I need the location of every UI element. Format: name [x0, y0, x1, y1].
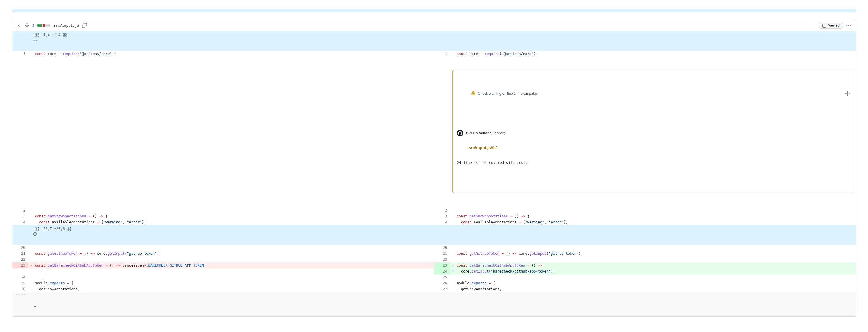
annotation-head-text: Check warning on line 1 in src/input.js: [478, 91, 537, 96]
code-right: [450, 245, 856, 251]
annotation-link[interactable]: src/input.js#L1: [469, 145, 498, 150]
line-number-left[interactable]: 20: [12, 245, 28, 251]
diff-table: @@ -1,4 +1,4 @@ 1 const core = require("…: [12, 31, 856, 316]
previous-file-sliver: [12, 9, 856, 12]
code-left: const getShowAnnotations = () => {: [28, 213, 434, 219]
line-number-left[interactable]: 3: [12, 213, 28, 219]
diff-file: 3 src/input.js Viewed: [12, 20, 856, 317]
diff-row: 20 20: [12, 245, 856, 251]
diff-row: 24 + core.getInput("barecheck-github-app…: [12, 268, 856, 274]
annotation-message: 24 line is not covered with tests: [457, 160, 849, 166]
diff-row: 3 const getShowAnnotations = () => { 3 c…: [12, 213, 856, 219]
annotation-source-suffix: / checks: [492, 131, 505, 135]
line-number-right[interactable]: 3: [434, 213, 450, 219]
line-number-left[interactable]: 21: [12, 251, 28, 257]
line-number-right[interactable]: 26: [434, 280, 450, 286]
diffstat: [37, 24, 50, 27]
hunk-header: @@ -1,4 +1,4 @@: [12, 31, 856, 51]
expand-hunk-icon[interactable]: [33, 38, 37, 43]
diff-row: 1 const core = require("@actions/core");…: [12, 51, 856, 57]
code-left: const availableAnnotations = ["warning",…: [28, 219, 434, 225]
line-number-left[interactable]: 24: [12, 274, 28, 280]
line-number-right[interactable]: 20: [434, 245, 450, 251]
expand-down-icon[interactable]: [33, 304, 37, 309]
line-number-left[interactable]: 4: [12, 219, 28, 225]
diff-row: 26 getShowAnnotations, 27 getShowAnnotat…: [12, 286, 856, 292]
code-right: [450, 257, 856, 262]
annotation: Check warning on line 1 in src/input.js …: [453, 70, 854, 193]
diff-row: 25 module.exports = { 26 module.exports …: [12, 280, 856, 286]
diff-row: 4 const availableAnnotations = ["warning…: [12, 219, 856, 225]
github-logo-icon: [457, 130, 463, 136]
code-left: [28, 257, 434, 262]
code-left: getShowAnnotations,: [28, 286, 434, 292]
code-right: const getShowAnnotations = () => {: [450, 213, 856, 219]
line-number-left[interactable]: 23: [12, 262, 28, 268]
code-right: +const getBarecheckGithubAppToken = () =…: [450, 262, 856, 268]
code-left: const getGithubToken = () => core.getInp…: [28, 251, 434, 257]
line-number-left[interactable]: 25: [12, 280, 28, 286]
line-number-right[interactable]: 24: [434, 268, 450, 274]
line-number-right[interactable]: 23: [434, 262, 450, 268]
line-number-left[interactable]: 2: [12, 207, 28, 213]
code-right: const availableAnnotations = ["warning",…: [450, 219, 856, 225]
line-number-right[interactable]: 2: [434, 207, 450, 213]
diff-row: 2 2: [12, 207, 856, 213]
code-left: const core = require("@actions/core");: [28, 51, 434, 57]
code-right: [450, 207, 856, 213]
code-right: [450, 274, 856, 280]
file-path[interactable]: src/input.js: [53, 23, 79, 28]
diff-row: 24 25: [12, 274, 856, 280]
code-left: module.exports = {: [28, 280, 434, 286]
line-number-left[interactable]: 22: [12, 257, 28, 262]
code-right: module.exports = {: [450, 280, 856, 286]
annotation-source-name: GitHub Actions: [466, 131, 492, 135]
expand-down-row: [12, 298, 856, 316]
line-number-right[interactable]: 4: [434, 219, 450, 225]
code-left: [28, 268, 434, 274]
expand-hunk-icon[interactable]: [33, 232, 37, 236]
file-header: 3 src/input.js Viewed: [12, 20, 856, 31]
toggle-file-icon[interactable]: [17, 23, 22, 28]
expand-down-row: ·····: [12, 292, 856, 298]
code-right: const getGithubToken = () => core.getInp…: [450, 251, 856, 257]
code-left: [28, 245, 434, 251]
code-left: [28, 207, 434, 213]
annotation-row: Check warning on line 1 in src/input.js …: [12, 57, 856, 207]
line-number-right[interactable]: 1: [434, 51, 450, 57]
line-number-right[interactable]: 22: [434, 257, 450, 262]
line-number-left[interactable]: 26: [12, 286, 28, 292]
viewed-label: Viewed: [828, 23, 840, 28]
code-right: getShowAnnotations,: [450, 286, 856, 292]
line-number-left: [12, 268, 28, 274]
warning-icon: [457, 84, 475, 103]
expand-all-icon[interactable]: [25, 23, 29, 28]
code-left: [28, 274, 434, 280]
file-actions-menu-icon[interactable]: [846, 23, 851, 28]
line-number-left[interactable]: 1: [12, 51, 28, 57]
code-right: + core.getInput("barecheck-github-app-to…: [450, 268, 856, 274]
line-number-right[interactable]: 27: [434, 286, 450, 292]
viewed-checkbox[interactable]: [823, 24, 826, 28]
line-number-right[interactable]: 21: [434, 251, 450, 257]
hunk-text: @@ -1,4 +1,4 @@: [28, 31, 856, 51]
diff-row: 23 -const getBarecheckGithubAppToken = (…: [12, 262, 856, 268]
collapse-annotation-icon[interactable]: [845, 91, 849, 96]
code-right: const core = require("@actions/core");: [450, 51, 856, 57]
line-number-right[interactable]: 25: [434, 274, 450, 280]
code-left: -const getBarecheckGithubAppToken = () =…: [28, 262, 434, 268]
hunk-header: @@ -20,7 +20,8 @@: [12, 225, 856, 245]
change-count: 3: [32, 23, 34, 28]
diff-row: 22 22: [12, 257, 856, 262]
viewed-toggle[interactable]: Viewed: [819, 22, 843, 29]
copy-path-icon[interactable]: [82, 23, 87, 28]
hunk-text: @@ -20,7 +20,8 @@: [28, 225, 856, 245]
diff-row: 21 const getGithubToken = () => core.get…: [12, 251, 856, 257]
